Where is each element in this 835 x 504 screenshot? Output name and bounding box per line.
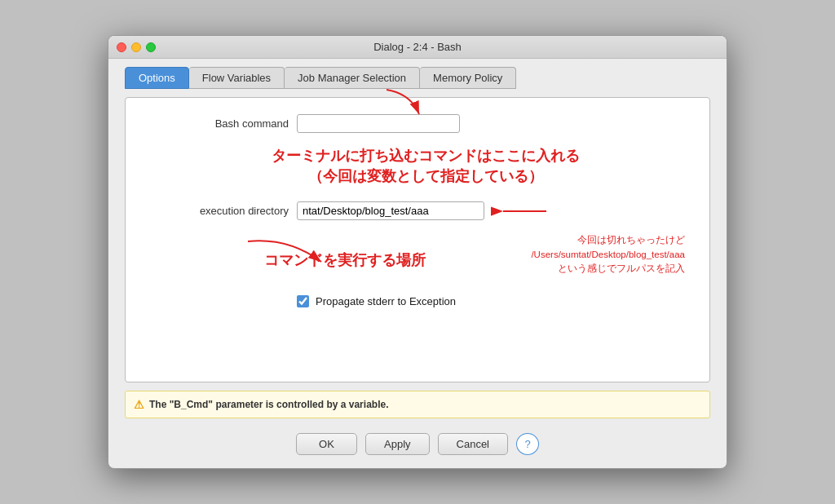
status-message: The "B_Cmd" parameter is controlled by a… [149,399,388,410]
arrow-to-exec-dir [491,203,548,219]
dialog-window: Dialog - 2:4 - Bash Options Flow Variabl… [108,35,727,469]
execution-directory-row: execution directory [142,201,693,220]
execution-directory-input[interactable] [297,201,484,220]
window-title: Dialog - 2:4 - Bash [373,41,462,53]
propagate-label: Propagate stderr to Exception [316,295,456,307]
propagate-checkbox[interactable] [297,295,309,307]
bash-annotation: ターミナルに打ち込むコマンドはここに入れる（今回は変数として指定している） [158,146,693,187]
bash-command-label: Bash command [142,117,289,130]
propagate-row: Propagate stderr to Exception [142,295,693,307]
help-button[interactable]: ? [516,433,539,455]
button-row: OK Apply Cancel ? [108,425,727,468]
warning-icon: ⚠ [134,398,144,411]
ok-button[interactable]: OK [296,433,357,455]
tab-flow-variables[interactable]: Flow Variables [189,67,285,89]
arrow-to-bash-input [362,86,444,126]
traffic-lights [117,42,156,52]
minimize-button[interactable] [131,42,141,52]
right-annotation: 今回は切れちゃったけど /Users/sumtat/Desktop/blog_t… [531,233,685,276]
cancel-button[interactable]: Cancel [438,433,508,455]
tab-bar: Options Flow Variables Job Manager Selec… [108,59,727,89]
titlebar: Dialog - 2:4 - Bash [108,36,727,59]
execution-directory-label: execution directory [142,205,289,217]
maximize-button[interactable] [146,42,156,52]
apply-button[interactable]: Apply [365,433,430,455]
close-button[interactable] [117,42,126,52]
exec-dir-annotation: コマンドを実行する場所 [264,250,426,270]
status-bar: ⚠ The "B_Cmd" parameter is controlled by… [125,391,710,418]
content-area: Bash command [108,89,727,391]
panel-inner: Bash command [142,114,693,307]
tab-options[interactable]: Options [125,67,189,89]
options-panel: Bash command [125,97,710,382]
bash-command-row: Bash command [142,114,693,133]
